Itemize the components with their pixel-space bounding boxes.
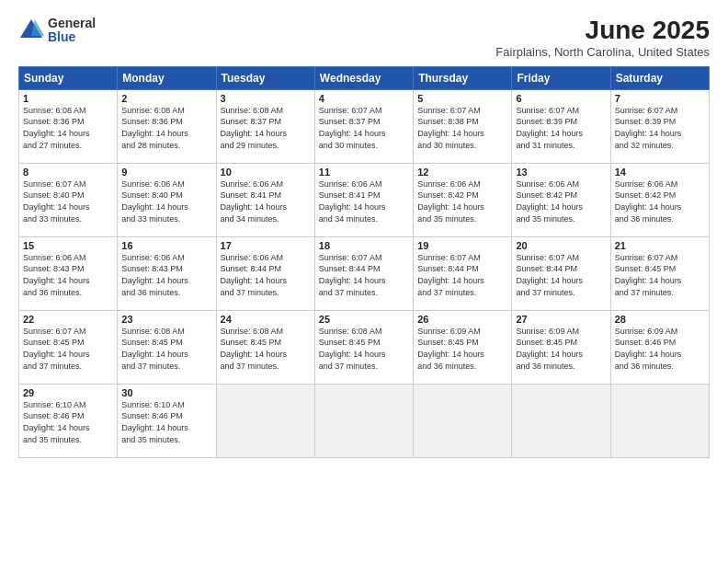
day-info: Sunrise: 6:06 AM Sunset: 8:44 PM Dayligh… [221,252,311,298]
calendar-cell: 19Sunrise: 6:07 AM Sunset: 8:44 PM Dayli… [414,236,512,310]
day-info: Sunrise: 6:07 AM Sunset: 8:44 PM Dayligh… [417,252,507,298]
day-number: 2 [121,93,211,104]
day-number: 30 [121,387,211,398]
day-info: Sunrise: 6:07 AM Sunset: 8:38 PM Dayligh… [417,105,507,151]
day-number: 20 [516,240,606,251]
calendar-cell: 18Sunrise: 6:07 AM Sunset: 8:44 PM Dayli… [314,236,413,310]
weekday-header-sunday: Sunday [19,66,118,89]
calendar-cell: 28Sunrise: 6:09 AM Sunset: 8:46 PM Dayli… [610,310,709,384]
day-number: 7 [615,93,705,104]
day-number: 23 [121,314,211,325]
day-info: Sunrise: 6:08 AM Sunset: 8:45 PM Dayligh… [319,326,409,372]
weekday-row: SundayMondayTuesdayWednesdayThursdayFrid… [19,66,710,89]
calendar-cell: 20Sunrise: 6:07 AM Sunset: 8:44 PM Dayli… [512,236,610,310]
weekday-header-saturday: Saturday [610,66,709,89]
calendar-cell [216,384,314,457]
calendar-cell: 30Sunrise: 6:10 AM Sunset: 8:46 PM Dayli… [118,384,216,457]
day-number: 10 [221,167,311,178]
day-number: 9 [121,167,211,178]
weekday-header-tuesday: Tuesday [216,66,314,89]
logo: General Blue [18,17,96,45]
day-number: 19 [417,240,507,251]
calendar-week-2: 8Sunrise: 6:07 AM Sunset: 8:40 PM Daylig… [19,163,710,236]
calendar-cell: 13Sunrise: 6:06 AM Sunset: 8:42 PM Dayli… [512,163,610,236]
day-info: Sunrise: 6:06 AM Sunset: 8:42 PM Dayligh… [615,178,705,224]
calendar-cell: 5Sunrise: 6:07 AM Sunset: 8:38 PM Daylig… [414,89,512,163]
day-number: 4 [319,93,409,104]
day-info: Sunrise: 6:06 AM Sunset: 8:41 PM Dayligh… [319,178,409,224]
day-info: Sunrise: 6:06 AM Sunset: 8:43 PM Dayligh… [23,252,113,298]
day-number: 8 [23,167,113,178]
day-number: 25 [319,314,409,325]
calendar-cell: 4Sunrise: 6:07 AM Sunset: 8:37 PM Daylig… [314,89,413,163]
calendar-cell [414,384,512,457]
calendar-cell: 12Sunrise: 6:06 AM Sunset: 8:42 PM Dayli… [414,163,512,236]
logo-blue: Blue [48,30,96,44]
weekday-header-thursday: Thursday [414,66,512,89]
day-info: Sunrise: 6:07 AM Sunset: 8:39 PM Dayligh… [516,105,606,151]
day-info: Sunrise: 6:07 AM Sunset: 8:45 PM Dayligh… [23,326,113,372]
day-info: Sunrise: 6:07 AM Sunset: 8:44 PM Dayligh… [516,252,606,298]
day-info: Sunrise: 6:07 AM Sunset: 8:40 PM Dayligh… [23,178,113,224]
day-info: Sunrise: 6:10 AM Sunset: 8:46 PM Dayligh… [121,399,211,445]
calendar-cell: 24Sunrise: 6:08 AM Sunset: 8:45 PM Dayli… [216,310,314,384]
calendar-cell: 1Sunrise: 6:08 AM Sunset: 8:36 PM Daylig… [19,89,118,163]
weekday-header-wednesday: Wednesday [314,66,413,89]
calendar-cell: 15Sunrise: 6:06 AM Sunset: 8:43 PM Dayli… [19,236,118,310]
calendar-cell: 6Sunrise: 6:07 AM Sunset: 8:39 PM Daylig… [512,89,610,163]
page: General Blue June 2025 Fairplains, North… [0,0,728,563]
calendar-cell: 17Sunrise: 6:06 AM Sunset: 8:44 PM Dayli… [216,236,314,310]
day-info: Sunrise: 6:06 AM Sunset: 8:43 PM Dayligh… [121,252,211,298]
calendar-week-1: 1Sunrise: 6:08 AM Sunset: 8:36 PM Daylig… [19,89,710,163]
calendar-week-3: 15Sunrise: 6:06 AM Sunset: 8:43 PM Dayli… [19,236,710,310]
day-info: Sunrise: 6:06 AM Sunset: 8:42 PM Dayligh… [417,178,507,224]
title-month: June 2025 [495,17,710,45]
calendar-week-4: 22Sunrise: 6:07 AM Sunset: 8:45 PM Dayli… [19,310,710,384]
day-number: 15 [23,240,113,251]
calendar-cell: 26Sunrise: 6:09 AM Sunset: 8:45 PM Dayli… [414,310,512,384]
calendar-cell [610,384,709,457]
day-number: 22 [23,314,113,325]
calendar-cell: 23Sunrise: 6:08 AM Sunset: 8:45 PM Dayli… [118,310,216,384]
weekday-header-monday: Monday [118,66,216,89]
calendar-cell: 2Sunrise: 6:08 AM Sunset: 8:36 PM Daylig… [118,89,216,163]
calendar-cell: 27Sunrise: 6:09 AM Sunset: 8:45 PM Dayli… [512,310,610,384]
calendar-cell [512,384,610,457]
day-number: 3 [221,93,311,104]
calendar-table: SundayMondayTuesdayWednesdayThursdayFrid… [18,66,710,458]
calendar-cell: 11Sunrise: 6:06 AM Sunset: 8:41 PM Dayli… [314,163,413,236]
calendar-header: SundayMondayTuesdayWednesdayThursdayFrid… [19,66,710,89]
calendar-cell: 7Sunrise: 6:07 AM Sunset: 8:39 PM Daylig… [610,89,709,163]
day-info: Sunrise: 6:07 AM Sunset: 8:45 PM Dayligh… [615,252,705,298]
svg-marker-1 [31,19,44,36]
calendar-cell: 29Sunrise: 6:10 AM Sunset: 8:46 PM Dayli… [19,384,118,457]
day-info: Sunrise: 6:09 AM Sunset: 8:46 PM Dayligh… [615,326,705,372]
calendar-cell [314,384,413,457]
day-info: Sunrise: 6:08 AM Sunset: 8:45 PM Dayligh… [221,326,311,372]
day-info: Sunrise: 6:07 AM Sunset: 8:44 PM Dayligh… [319,252,409,298]
calendar-cell: 10Sunrise: 6:06 AM Sunset: 8:41 PM Dayli… [216,163,314,236]
logo-text: General Blue [48,17,96,45]
day-info: Sunrise: 6:08 AM Sunset: 8:45 PM Dayligh… [121,326,211,372]
day-number: 28 [615,314,705,325]
day-number: 16 [121,240,211,251]
calendar-cell: 8Sunrise: 6:07 AM Sunset: 8:40 PM Daylig… [19,163,118,236]
day-info: Sunrise: 6:08 AM Sunset: 8:36 PM Dayligh… [23,105,113,151]
day-number: 11 [319,167,409,178]
day-number: 24 [221,314,311,325]
day-info: Sunrise: 6:09 AM Sunset: 8:45 PM Dayligh… [516,326,606,372]
calendar-cell: 21Sunrise: 6:07 AM Sunset: 8:45 PM Dayli… [610,236,709,310]
day-number: 29 [23,387,113,398]
day-info: Sunrise: 6:07 AM Sunset: 8:39 PM Dayligh… [615,105,705,151]
calendar-week-5: 29Sunrise: 6:10 AM Sunset: 8:46 PM Dayli… [19,384,710,457]
day-number: 5 [417,93,507,104]
logo-general: General [48,17,96,30]
day-info: Sunrise: 6:07 AM Sunset: 8:37 PM Dayligh… [319,105,409,151]
day-number: 1 [23,93,113,104]
day-number: 21 [615,240,705,251]
day-number: 12 [417,167,507,178]
day-number: 27 [516,314,606,325]
logo-icon [18,17,44,43]
day-info: Sunrise: 6:08 AM Sunset: 8:36 PM Dayligh… [121,105,211,151]
calendar-cell: 9Sunrise: 6:06 AM Sunset: 8:40 PM Daylig… [118,163,216,236]
